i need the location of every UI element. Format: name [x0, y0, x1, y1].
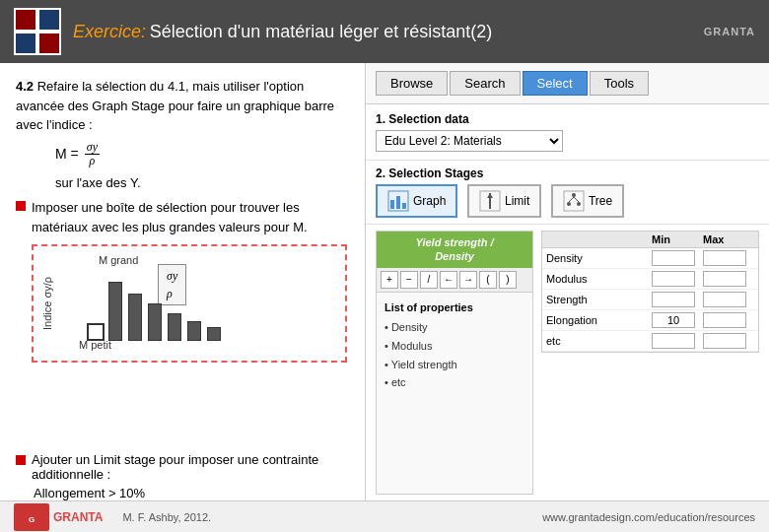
bottom-left-text: Ajouter un Limit stage pour imposer une …	[16, 452, 371, 500]
diagram-content: M grand σy ρ	[59, 250, 339, 357]
modulus-max-input[interactable]	[703, 271, 746, 287]
svg-text:G: G	[29, 515, 35, 524]
header-title: Exercice: Sélection d'un matériau léger …	[73, 22, 492, 42]
row-modulus: Modulus	[542, 269, 758, 290]
granta-header-logo: GRANTA	[704, 26, 755, 37]
section1-area: 1. Selection data Edu Level 2: Materials	[366, 104, 769, 161]
strength-label: Strength	[546, 294, 652, 305]
props-table-header: Min Max	[542, 232, 758, 248]
properties-list-title: List of properties	[384, 299, 524, 317]
chart-right-button[interactable]: →	[459, 271, 477, 289]
footer-logo-text: GRANTA	[53, 510, 103, 524]
left-panel: 4.2 Refaire la sélection du 4.1, mais ut…	[0, 63, 365, 500]
elongation-min-input[interactable]	[652, 312, 695, 328]
limit-stage-button[interactable]: Limit	[467, 184, 541, 218]
allongement-line: Allongement > 10%	[34, 486, 371, 500]
chart-panel: Yield strength / Density + − / ← → ( ) L…	[376, 231, 533, 495]
footer: G GRANTA M. F. Ashby, 2012. www.grantade…	[0, 500, 769, 532]
bar-4	[168, 313, 181, 341]
allongement-label: Allongement > 10%	[34, 486, 145, 500]
formula-line: M = σy ρ	[55, 141, 349, 167]
density-min-input[interactable]	[652, 250, 695, 266]
bar-6	[207, 327, 221, 341]
diagram-inner: Indice σy/ρ M grand σy ρ	[39, 250, 339, 357]
strength-max-input[interactable]	[703, 292, 746, 307]
bar-1	[108, 282, 122, 341]
svg-rect-9	[402, 203, 406, 209]
m-grand-label: M grand	[99, 252, 138, 269]
select-button[interactable]: Select	[523, 71, 588, 96]
right-panel: Browse Search Select Tools 1. Selection …	[365, 63, 769, 500]
limit-icon	[479, 190, 501, 212]
chart-title: Yield strength / Density	[377, 232, 532, 268]
search-button[interactable]: Search	[450, 71, 520, 96]
svg-point-14	[572, 193, 576, 197]
chart-open-paren-button[interactable]: (	[479, 271, 497, 289]
row-strength: Strength	[542, 290, 758, 310]
etc-label: etc	[546, 335, 652, 347]
section2-area: 2. Selection Stages Graph	[366, 161, 769, 225]
props-table-area: Min Max Density Modulus Strength	[541, 231, 759, 495]
density-max-input[interactable]	[703, 250, 746, 266]
etc-min-input[interactable]	[652, 333, 695, 349]
strength-min-input[interactable]	[652, 292, 695, 307]
formula-m-label: M =	[55, 144, 79, 165]
edu-level-dropdown[interactable]: Edu Level 2: Materials	[376, 130, 563, 152]
section-42-text: 4.2 Refaire la sélection du 4.1, mais ut…	[16, 77, 349, 135]
col-label-header	[546, 233, 652, 245]
bar-5	[187, 321, 201, 341]
browse-button[interactable]: Browse	[376, 71, 448, 96]
tree-stage-button[interactable]: Tree	[551, 184, 624, 218]
svg-rect-8	[396, 196, 400, 209]
col-min-header: Min	[652, 233, 703, 245]
chart-controls-bar: + − / ← → ( )	[377, 268, 532, 293]
bullet-imposer: Imposer une boîte de sélection pour trou…	[16, 198, 349, 236]
prop-density: • Density	[384, 318, 524, 337]
svg-point-15	[567, 202, 571, 206]
granta-footer-logo-icon: G	[14, 503, 49, 531]
footer-url: www.grantadesign.com/education/resources	[542, 511, 755, 523]
formula-numerator: σy	[85, 141, 100, 155]
section2-label: 2. Selection Stages	[376, 166, 759, 180]
svg-rect-4	[39, 33, 59, 53]
svg-rect-2	[39, 10, 59, 30]
limit-stage-label: Limit	[505, 194, 529, 208]
tools-button[interactable]: Tools	[590, 71, 649, 96]
bar-2	[128, 294, 142, 341]
row-density: Density	[542, 248, 758, 269]
elongation-max-input[interactable]	[703, 312, 746, 328]
bullet-square-2-icon	[16, 455, 26, 465]
graph-stage-label: Graph	[413, 194, 446, 208]
prop-modulus: • Modulus	[384, 337, 524, 356]
graph-stage-button[interactable]: Graph	[376, 184, 457, 218]
chart-close-paren-button[interactable]: )	[499, 271, 517, 289]
tree-icon	[563, 190, 585, 212]
tree-stage-label: Tree	[589, 194, 612, 208]
svg-text:✦: ✦	[34, 27, 42, 37]
sigma-label: σy	[167, 269, 177, 283]
props-table: Min Max Density Modulus Strength	[541, 231, 759, 353]
bar-chart-mini	[108, 282, 221, 341]
dropdown-row: Edu Level 2: Materials	[376, 130, 759, 152]
bullet-ajouter-text: Ajouter un Limit stage pour imposer une …	[32, 452, 371, 482]
col-max-header: Max	[703, 233, 754, 245]
chart-slash-button[interactable]: /	[420, 271, 438, 289]
svg-rect-3	[16, 33, 35, 53]
elongation-label: Elongation	[546, 314, 652, 326]
diagram-box: Indice σy/ρ M grand σy ρ	[32, 244, 347, 363]
main-content: 4.2 Refaire la sélection du 4.1, mais ut…	[0, 63, 769, 500]
prop-etc: • etc	[384, 373, 524, 392]
bullet-square-icon	[16, 201, 26, 211]
etc-max-input[interactable]	[703, 333, 746, 349]
chart-left-button[interactable]: ←	[440, 271, 457, 289]
bullet-ajouter: Ajouter un Limit stage pour imposer une …	[16, 452, 371, 482]
footer-author: M. F. Ashby, 2012.	[122, 511, 211, 523]
chart-add-button[interactable]: +	[381, 271, 398, 289]
bullet-imposer-text: Imposer une boîte de sélection pour trou…	[32, 198, 349, 236]
svg-point-16	[577, 202, 581, 206]
modulus-min-input[interactable]	[652, 271, 695, 287]
chart-minus-button[interactable]: −	[400, 271, 418, 289]
svg-rect-7	[390, 200, 394, 209]
modulus-label: Modulus	[546, 273, 652, 285]
bar-3	[148, 303, 162, 341]
